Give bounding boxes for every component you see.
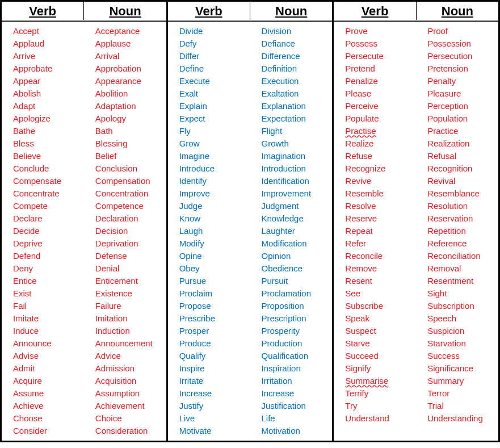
noun-cell: Choice bbox=[95, 412, 166, 425]
verb-cell: Bless bbox=[13, 137, 84, 150]
noun-cell: Irritation bbox=[262, 375, 333, 387]
noun-cell: Trial bbox=[427, 400, 498, 412]
verb-cell: Reserve bbox=[345, 212, 416, 225]
verb-cell: Please bbox=[345, 87, 416, 100]
verb-cell: Compete bbox=[13, 200, 84, 212]
verb-cell: Advise bbox=[13, 350, 84, 362]
noun-cell: Summary bbox=[427, 375, 498, 387]
verb-cell: Imitate bbox=[13, 312, 84, 325]
noun-column: DivisionDefianceDifferenceDefinitionExec… bbox=[250, 22, 333, 441]
noun-cell: Identification bbox=[262, 175, 333, 187]
noun-cell: Obedience bbox=[262, 262, 333, 275]
verb-cell: Apologize bbox=[13, 112, 84, 125]
verb-cell: Live bbox=[179, 412, 250, 425]
noun-cell: Adaptation bbox=[95, 100, 166, 112]
verb-cell: Laugh bbox=[179, 225, 250, 237]
verb-cell: Judge bbox=[179, 200, 250, 212]
noun-cell: Execution bbox=[262, 75, 333, 87]
verb-cell: Populate bbox=[345, 112, 416, 125]
noun-cell: Bath bbox=[95, 125, 166, 137]
verb-cell: Adapt bbox=[13, 100, 84, 112]
verb-cell: Differ bbox=[179, 50, 250, 62]
verb-cell: Proclaim bbox=[179, 287, 250, 300]
verb-cell: Summarise bbox=[345, 375, 416, 387]
verb-cell: Abolish bbox=[13, 87, 84, 100]
verb-cell: Resemble bbox=[345, 187, 416, 200]
noun-cell: Modification bbox=[262, 237, 333, 250]
noun-cell: Acquisition bbox=[95, 375, 166, 387]
verb-cell: Assume bbox=[13, 387, 84, 400]
noun-cell: Population bbox=[427, 112, 498, 125]
verb-cell: Motivate bbox=[179, 425, 250, 437]
noun-cell: Resemblance bbox=[427, 187, 498, 200]
verb-cell: Prosper bbox=[179, 325, 250, 337]
noun-column: ProofPossessionPersecutionPretensionPena… bbox=[416, 22, 498, 441]
verb-cell: Prescribe bbox=[179, 312, 250, 325]
verb-cell: Succeed bbox=[345, 350, 416, 362]
verb-cell: Divide bbox=[179, 25, 250, 37]
noun-cell: Subscription bbox=[427, 300, 498, 312]
verb-cell: Resolve bbox=[345, 200, 416, 212]
noun-cell: Existence bbox=[95, 287, 166, 300]
noun-cell: Persecution bbox=[427, 50, 498, 62]
verb-cell: Refuse bbox=[345, 150, 416, 162]
noun-cell: Definition bbox=[262, 62, 333, 75]
verb-cell: Declare bbox=[13, 212, 84, 225]
noun-cell: Compensation bbox=[95, 175, 166, 187]
noun-cell: Apology bbox=[95, 112, 166, 125]
header-row: VerbNoun bbox=[168, 2, 333, 22]
verb-cell: Refer bbox=[345, 237, 416, 250]
verb-cell: Fail bbox=[13, 300, 84, 312]
noun-cell: Achievement bbox=[95, 400, 166, 412]
verb-cell: Compensate bbox=[13, 175, 84, 187]
body-rows: AcceptApplaudArriveApprobateAppearAbolis… bbox=[2, 22, 166, 441]
noun-cell: Inspiration bbox=[262, 362, 333, 375]
noun-cell: Denial bbox=[95, 262, 166, 275]
noun-cell: Removal bbox=[427, 262, 498, 275]
verb-cell: Consider bbox=[13, 425, 84, 437]
verb-cell: Signify bbox=[345, 362, 416, 375]
verb-cell: Admit bbox=[13, 362, 84, 375]
verb-cell: Choose bbox=[13, 412, 84, 425]
noun-cell: Suspicion bbox=[427, 325, 498, 337]
table-container: VerbNounAcceptApplaudArriveApprobateAppe… bbox=[0, 0, 500, 442]
noun-cell: Consideration bbox=[95, 425, 166, 437]
noun-cell: Concentration bbox=[95, 187, 166, 200]
verb-cell: Introduce bbox=[179, 162, 250, 175]
noun-cell: Decision bbox=[95, 225, 166, 237]
verb-cell: Irritate bbox=[179, 375, 250, 387]
header-row: VerbNoun bbox=[334, 2, 498, 22]
noun-cell: Motivation bbox=[262, 425, 333, 437]
noun-cell: Pleasure bbox=[427, 87, 498, 100]
header-verb: Verb bbox=[334, 2, 416, 20]
verb-cell: Inspire bbox=[179, 362, 250, 375]
noun-cell: Explanation bbox=[262, 100, 333, 112]
verb-cell: Perceive bbox=[345, 100, 416, 112]
noun-cell: Success bbox=[427, 350, 498, 362]
verb-cell: Execute bbox=[179, 75, 250, 87]
verb-cell: Opine bbox=[179, 250, 250, 262]
noun-cell: Conclusion bbox=[95, 162, 166, 175]
noun-cell: Imitation bbox=[95, 312, 166, 325]
header-verb: Verb bbox=[2, 2, 84, 20]
noun-cell: Pretension bbox=[427, 62, 498, 75]
verb-cell: Defy bbox=[179, 37, 250, 50]
verb-cell: Prove bbox=[345, 25, 416, 37]
noun-cell: Advice bbox=[95, 350, 166, 362]
noun-cell: Practice bbox=[427, 125, 498, 137]
noun-cell: Flight bbox=[262, 125, 333, 137]
verb-cell: Propose bbox=[179, 300, 250, 312]
column-group: VerbNounProvePossessPersecutePretendPena… bbox=[334, 2, 498, 441]
noun-cell: Reconciliation bbox=[427, 250, 498, 262]
noun-cell: Pursuit bbox=[262, 275, 333, 287]
noun-cell: Difference bbox=[262, 50, 333, 62]
verb-cell: Acquire bbox=[13, 375, 84, 387]
verb-cell: Resent bbox=[345, 275, 416, 287]
verb-cell: Try bbox=[345, 400, 416, 412]
verb-cell: Penalize bbox=[345, 75, 416, 87]
verb-cell: Modify bbox=[179, 237, 250, 250]
body-rows: DivideDefyDifferDefineExecuteExaltExplai… bbox=[168, 22, 333, 441]
verb-cell: Reconcile bbox=[345, 250, 416, 262]
verb-cell: Improve bbox=[179, 187, 250, 200]
noun-cell: Applause bbox=[95, 37, 166, 50]
